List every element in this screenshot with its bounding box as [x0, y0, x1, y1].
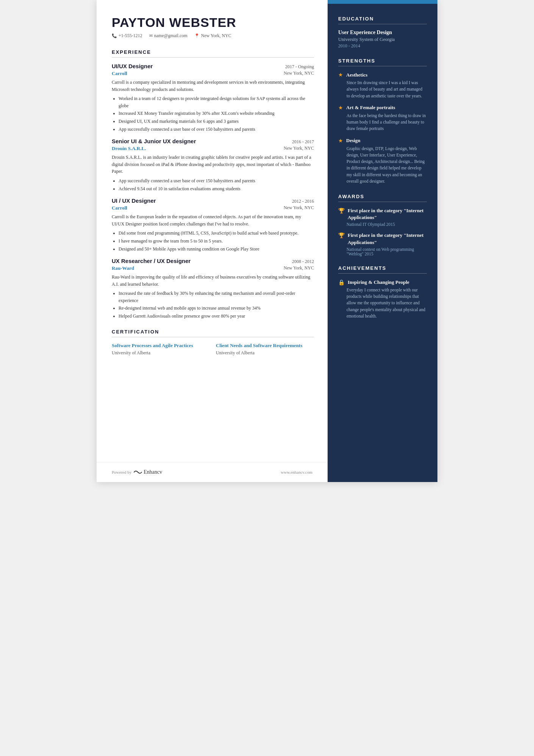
list-item: Designed UI, UX and marketing materials … — [119, 118, 314, 125]
job-3-dates: 2012 - 2016 — [292, 199, 314, 204]
location-text: New York, NYC — [201, 33, 231, 39]
achievement-icon: 🔒 — [338, 279, 345, 286]
job-4-company-row: Rau-Ward New York, NYC — [112, 265, 314, 271]
candidate-name: PAYTON WEBSTER — [112, 15, 314, 30]
footer: Powered by Enhancv www.enhancv.com — [97, 462, 328, 482]
right-top-bar — [328, 0, 437, 4]
strength-2-header: ★ Art & Female portraits — [338, 105, 427, 111]
achievement-1-header: 🔒 Inspiring & Changing People — [338, 279, 427, 286]
education-section: EDUCATION User Experience Design Univers… — [328, 16, 437, 49]
achievement-1-desc: Everyday I connect with people with our … — [338, 287, 427, 319]
phone-number: +1-555-1212 — [119, 33, 142, 39]
edu-school: University System of Georgia — [338, 37, 427, 42]
powered-by-text: Powered by — [112, 470, 131, 474]
achievement-1-title: Inspiring & Changing People — [348, 279, 409, 286]
award-1: 🏆 First place in the category "Internet … — [338, 207, 427, 227]
education-divider — [338, 24, 427, 24]
cert-1-school: University of Alberta — [112, 350, 210, 356]
job-1-desc: Carroll is a company specialized in ment… — [112, 79, 314, 93]
job-1: UI/UX Designer 2017 - Ongoing Carroll Ne… — [112, 63, 314, 133]
logo-icon — [134, 470, 142, 475]
job-4-dates: 2008 - 2012 — [292, 259, 314, 265]
strengths-section: STRENGTHS ★ Aesthetics Since Im drawing … — [328, 58, 437, 185]
strength-2-title: Art & Female portraits — [346, 105, 395, 111]
header: PAYTON WEBSTER 📞 +1-555-1212 ✉ name@gmai… — [112, 15, 314, 39]
email-icon: ✉ — [149, 33, 153, 38]
cert-item-1: Software Processes and Agile Practices U… — [112, 343, 210, 356]
strength-1: ★ Aesthetics Since Im drawing since I wa… — [338, 72, 427, 99]
award-1-sub: National IT Olympiad 2015 — [338, 222, 427, 227]
enhancv-logo: Enhancv — [134, 469, 162, 475]
award-icon: 🏆 — [338, 232, 345, 239]
award-2-title: First place in the category "Internet Ap… — [348, 232, 427, 246]
experience-title: EXPERIENCE — [112, 49, 314, 55]
award-2: 🏆 First place in the category "Internet … — [338, 232, 427, 256]
job-1-bullets: Worked in a team of 12 designers to prov… — [112, 95, 314, 133]
job-4-title: UX Researcher / UX Designer — [112, 258, 190, 264]
awards-title: AWARDS — [338, 194, 427, 199]
job-2-desc: Drouin S.A.R.L. is an industry leader in… — [112, 154, 314, 175]
achievement-1: 🔒 Inspiring & Changing People Everyday I… — [338, 279, 427, 319]
job-1-company-row: Carroll New York, NYC — [112, 70, 314, 77]
star-icon: ★ — [338, 138, 343, 144]
job-2-company-row: Drouin S.A.R.L. New York, NYC — [112, 146, 314, 152]
strength-1-header: ★ Aesthetics — [338, 72, 427, 78]
job-3-header: UI / UX Designer 2012 - 2016 — [112, 197, 314, 204]
strength-3-header: ★ Design — [338, 138, 427, 144]
award-2-sub: National contest on Web programming "Web… — [338, 247, 427, 256]
certification-title: CERTIFICATION — [112, 329, 314, 335]
strength-3-title: Design — [346, 138, 361, 144]
education-title: EDUCATION — [338, 16, 427, 22]
list-item: I have managed to grow the team from 5 t… — [119, 238, 314, 245]
job-2-dates: 2016 - 2017 — [292, 139, 314, 145]
job-2-header: Senior UI & Junior UX designer 2016 - 20… — [112, 138, 314, 145]
strengths-divider — [338, 66, 427, 66]
job-3-location: New York, NYC — [284, 205, 314, 211]
job-2-title: Senior UI & Junior UX designer — [112, 138, 196, 144]
strength-2: ★ Art & Female portraits As the face bei… — [338, 105, 427, 132]
location-contact: 📍 New York, NYC — [194, 33, 231, 39]
list-item: App successfully connected a user base o… — [119, 126, 314, 133]
awards-divider — [338, 202, 427, 202]
phone-contact: 📞 +1-555-1212 — [112, 33, 142, 39]
list-item: Achieved 9.54 out of 10 in satisfaction … — [119, 185, 314, 193]
job-3-desc: Carroll is the European leader in the re… — [112, 213, 314, 227]
job-2-location: New York, NYC — [284, 146, 314, 152]
list-item: Re-designed internal web and mobile apps… — [119, 305, 314, 312]
location-icon: 📍 — [194, 33, 200, 38]
list-item: Worked in a team of 12 designers to prov… — [119, 95, 314, 109]
strength-1-title: Aesthetics — [346, 72, 367, 78]
list-item: App successfully connected a user base o… — [119, 177, 314, 185]
list-item: Designed and 50+ Mobile Apps with runnin… — [119, 246, 314, 253]
job-3-company-row: Carroll New York, NYC — [112, 205, 314, 211]
job-3-title: UI / UX Designer — [112, 197, 156, 204]
job-2-bullets: App successfully connected a user base o… — [112, 177, 314, 192]
cert-item-2: Client Needs and Software Requirements U… — [216, 343, 314, 356]
cert-2-title: Client Needs and Software Requirements — [216, 343, 314, 349]
job-1-title: UI/UX Designer — [112, 63, 153, 69]
cert-2-school: University of Alberta — [216, 350, 314, 356]
contact-info: 📞 +1-555-1212 ✉ name@gmail.com 📍 New Yor… — [112, 33, 314, 39]
cert-grid: Software Processes and Agile Practices U… — [112, 343, 314, 356]
job-1-header: UI/UX Designer 2017 - Ongoing — [112, 63, 314, 70]
experience-divider — [112, 57, 314, 58]
job-4-header: UX Researcher / UX Designer 2008 - 2012 — [112, 258, 314, 265]
job-3-bullets: Did some front end programming (HTML 5, … — [112, 230, 314, 252]
job-4-desc: Rau-Ward is improving the quality of lif… — [112, 274, 314, 288]
email-address: name@gmail.com — [154, 33, 187, 39]
job-1-dates: 2017 - Ongoing — [285, 64, 314, 70]
awards-section: AWARDS 🏆 First place in the category "In… — [328, 194, 437, 256]
achievements-title: ACHIEVEMENTS — [338, 265, 427, 271]
website-url: www.enhancv.com — [281, 470, 313, 474]
strength-2-desc: As the face being the hardest thing to d… — [338, 113, 427, 132]
email-contact: ✉ name@gmail.com — [149, 33, 187, 39]
job-3: UI / UX Designer 2012 - 2016 Carroll New… — [112, 197, 314, 252]
award-2-header: 🏆 First place in the category "Internet … — [338, 232, 427, 246]
job-1-company: Carroll — [112, 70, 127, 77]
job-2: Senior UI & Junior UX designer 2016 - 20… — [112, 138, 314, 192]
list-item: Increased XE Money Transfer registration… — [119, 110, 314, 117]
job-4-company: Rau-Ward — [112, 265, 134, 271]
right-column: EDUCATION User Experience Design Univers… — [328, 0, 437, 482]
edu-years: 2010 - 2014 — [338, 43, 427, 49]
award-1-title: First place in the category "Internet Ap… — [348, 207, 427, 221]
